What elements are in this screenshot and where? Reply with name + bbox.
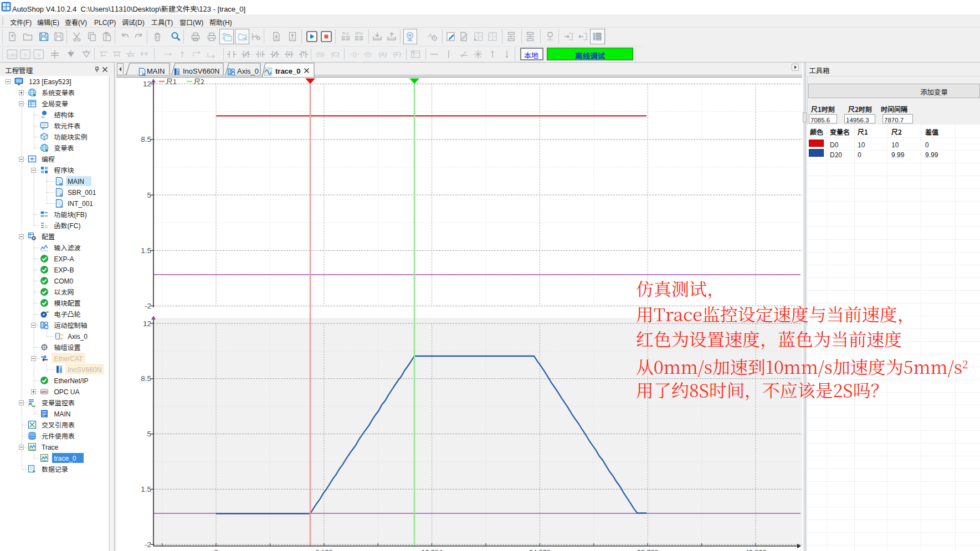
svg-text:24.576: 24.576 — [529, 549, 550, 551]
svg-text:(I): (I) — [365, 51, 371, 58]
svg-text:-2: -2 — [145, 540, 151, 549]
svg-text:0: 0 — [214, 549, 218, 551]
svg-text:S: S — [24, 53, 27, 58]
svg-text:8.5: 8.5 — [141, 135, 151, 143]
svg-text:(): () — [352, 51, 356, 58]
svg-text:32.768: 32.768 — [637, 549, 658, 551]
svg-text:16.384: 16.384 — [421, 549, 442, 551]
svg-text:5: 5 — [147, 191, 151, 199]
svg-text:S: S — [37, 53, 40, 58]
svg-text:RTU: RTU — [355, 32, 363, 35]
svg-text:|S|: |S| — [316, 51, 324, 58]
svg-text:C: C — [45, 224, 48, 229]
svg-text:{F}: {F} — [393, 51, 401, 58]
svg-text:M: M — [142, 73, 146, 76]
svg-text:-2: -2 — [145, 302, 151, 310]
svg-text:8.192: 8.192 — [315, 549, 332, 551]
svg-text:12: 12 — [143, 80, 151, 88]
svg-text:1.5: 1.5 — [141, 485, 151, 493]
svg-text:TEST: TEST — [547, 38, 554, 42]
svg-text:40.960: 40.960 — [745, 549, 766, 551]
svg-text:5: 5 — [147, 430, 151, 438]
svg-text:尺1: 尺1 — [166, 78, 177, 86]
svg-text:1.5: 1.5 — [141, 246, 151, 255]
svg-text:PLC: PLC — [342, 32, 350, 35]
svg-text:OPC: OPC — [41, 390, 48, 394]
svg-text:[C]: [C] — [331, 51, 339, 58]
svg-text:尺2: 尺2 — [194, 78, 204, 86]
svg-text:M: M — [59, 182, 63, 186]
svg-text:S: S — [60, 193, 63, 197]
svg-text:{A}: {A} — [379, 51, 387, 58]
svg-text:LAD: LAD — [8, 53, 17, 58]
svg-text:12: 12 — [143, 320, 151, 328]
svg-text:I: I — [60, 204, 61, 208]
svg-text:8.5: 8.5 — [141, 374, 151, 383]
